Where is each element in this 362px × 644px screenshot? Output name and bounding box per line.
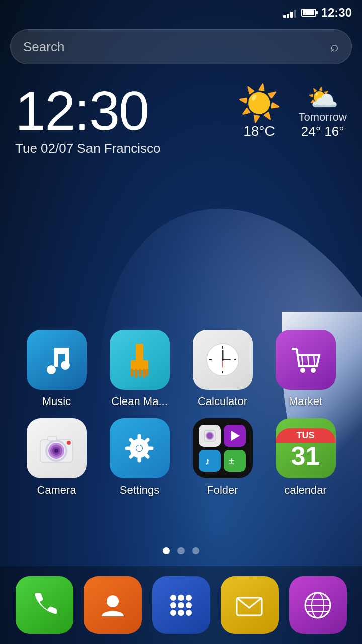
app-settings[interactable]: Settings	[102, 418, 177, 497]
svg-point-35	[67, 441, 71, 445]
svg-rect-9	[139, 369, 141, 377]
svg-point-21	[222, 359, 224, 361]
status-bar: 12:30	[0, 0, 362, 25]
market-label: Market	[289, 395, 322, 408]
camera-label: Camera	[37, 484, 76, 497]
svg-line-25	[314, 355, 315, 366]
camera-icon	[27, 418, 87, 478]
app-camera[interactable]: Camera	[19, 418, 95, 497]
svg-point-54	[170, 595, 176, 601]
dock-contacts[interactable]	[84, 576, 142, 634]
signal-icon	[283, 8, 296, 18]
svg-line-23	[302, 355, 303, 366]
tomorrow-weather-icon: ⛅	[298, 83, 347, 111]
calendar-label: calendar	[284, 484, 326, 497]
app-row-2: Camera	[15, 418, 347, 497]
dock-browser[interactable]	[289, 576, 347, 634]
page-indicators	[0, 547, 362, 554]
svg-point-48	[206, 432, 213, 439]
today-weather-icon: ☀️	[237, 86, 281, 121]
app-clean-master[interactable]: Clean Ma...	[102, 330, 177, 408]
date-display: Tue 02/07 San Francisco	[15, 141, 347, 156]
settings-label: Settings	[120, 484, 160, 497]
svg-point-62	[186, 610, 192, 616]
svg-rect-7	[131, 369, 133, 376]
calculator-label: Calculator	[198, 395, 247, 408]
svg-point-61	[178, 610, 184, 616]
calendar-icon: TUS 31	[276, 418, 336, 478]
tomorrow-range: 24° 16°	[298, 124, 347, 139]
svg-rect-5	[136, 344, 143, 361]
weather-widget: 12:30 Tue 02/07 San Francisco ☀️ 18°C ⛅ …	[15, 83, 347, 156]
folder-label: Folder	[207, 484, 238, 497]
svg-point-55	[178, 595, 184, 601]
svg-point-0	[47, 365, 56, 374]
page-dot-2[interactable]	[177, 547, 185, 554]
svg-rect-10	[143, 369, 145, 378]
clean-master-label: Clean Ma...	[111, 395, 168, 408]
app-market[interactable]: Market	[268, 330, 343, 408]
dock	[0, 566, 362, 644]
dock-mail[interactable]	[221, 576, 279, 634]
svg-text:±: ±	[229, 455, 234, 466]
page-dot-1[interactable]	[163, 547, 170, 554]
svg-text:♪: ♪	[205, 455, 210, 467]
svg-point-53	[107, 595, 119, 607]
app-grid: Music Clean Ma...	[0, 330, 362, 507]
tomorrow-label: Tomorrow	[298, 111, 347, 124]
svg-point-33	[54, 449, 58, 453]
music-icon	[27, 330, 87, 390]
search-bar[interactable]: Search ⌕	[10, 29, 352, 64]
svg-rect-4	[65, 351, 69, 365]
svg-line-24	[308, 355, 309, 366]
dock-phone[interactable]	[16, 576, 73, 634]
market-icon	[276, 330, 336, 390]
app-calculator[interactable]: Calculator	[185, 330, 260, 408]
calendar-day: TUS	[276, 428, 336, 443]
svg-point-58	[178, 602, 184, 608]
music-label: Music	[42, 395, 71, 408]
svg-rect-11	[146, 369, 148, 376]
svg-marker-50	[231, 431, 240, 441]
svg-rect-6	[131, 360, 148, 370]
dock-apps-drawer[interactable]	[152, 576, 210, 634]
calendar-date: 31	[291, 443, 320, 469]
today-temp: 18°C	[237, 123, 281, 139]
app-folder[interactable]: ♪ ± Folder	[185, 418, 260, 497]
weather-tomorrow: ⛅ Tomorrow 24° 16°	[298, 83, 347, 139]
svg-point-60	[170, 610, 176, 616]
search-placeholder: Search	[23, 39, 330, 55]
search-icon: ⌕	[330, 39, 339, 55]
settings-icon	[110, 418, 170, 478]
weather-today: ☀️ 18°C	[237, 86, 281, 139]
svg-point-27	[311, 368, 316, 373]
calculator-icon	[193, 330, 253, 390]
battery-icon	[301, 9, 316, 17]
svg-point-26	[300, 368, 305, 373]
app-row-1: Music Clean Ma...	[15, 330, 347, 408]
status-time: 12:30	[321, 6, 352, 20]
svg-point-47	[136, 445, 142, 451]
page-dot-3[interactable]	[192, 547, 199, 554]
clean-master-icon	[110, 330, 170, 390]
svg-rect-8	[135, 369, 137, 378]
svg-point-56	[186, 595, 192, 601]
app-music[interactable]: Music	[19, 330, 95, 408]
svg-point-59	[186, 602, 192, 608]
weather-right: ☀️ 18°C ⛅ Tomorrow 24° 16°	[237, 83, 347, 139]
app-calendar[interactable]: TUS 31 calendar	[268, 418, 343, 497]
svg-rect-34	[48, 436, 57, 441]
svg-point-57	[170, 602, 176, 608]
folder-icon: ♪ ±	[193, 418, 253, 478]
